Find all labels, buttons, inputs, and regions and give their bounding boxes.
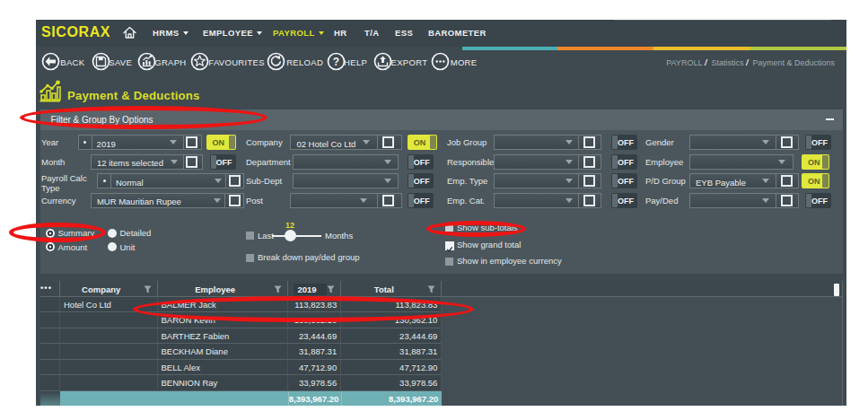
svg-text:?: ? — [332, 56, 338, 68]
